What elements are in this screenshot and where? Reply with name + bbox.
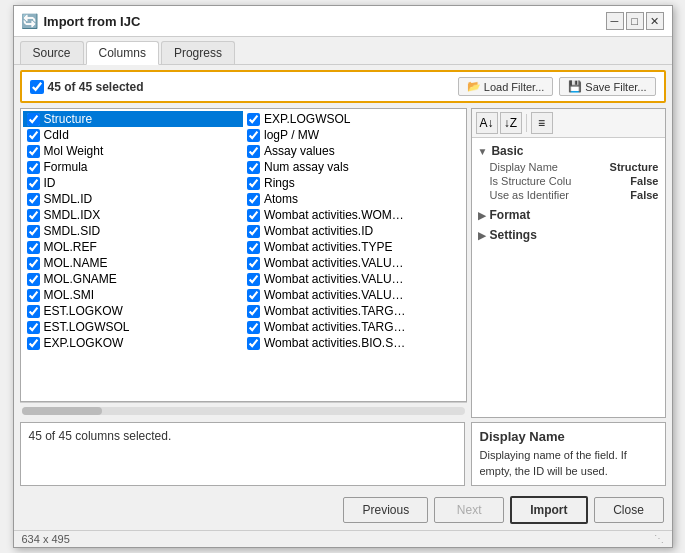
column-checkbox[interactable] <box>247 241 260 254</box>
bottom-area: 45 of 45 columns selected. Display Name … <box>20 422 666 486</box>
list-item[interactable]: CdId <box>23 127 244 143</box>
columns-list[interactable]: StructureEXP.LOGWSOLCdIdlogP / MWMol Wei… <box>20 108 467 402</box>
section-basic-header[interactable]: ▼ Basic <box>478 142 659 160</box>
list-item[interactable]: Rings <box>243 175 464 191</box>
previous-button[interactable]: Previous <box>343 497 428 523</box>
toolbar-separator <box>526 114 527 132</box>
list-item[interactable]: EST.LOGWSOL <box>23 319 244 335</box>
column-name: MOL.GNAME <box>44 272 117 286</box>
column-checkbox[interactable] <box>247 161 260 174</box>
list-item[interactable]: EST.LOGKOW <box>23 303 244 319</box>
column-name: EST.LOGWSOL <box>44 320 130 334</box>
section-settings-header[interactable]: ▶ Settings <box>478 226 659 244</box>
load-filter-icon: 📂 <box>467 80 481 93</box>
list-item[interactable]: Wombat activities.TARG… <box>243 303 464 319</box>
list-item[interactable]: Wombat activities.VALU… <box>243 287 464 303</box>
list-item[interactable]: Structure <box>23 111 244 127</box>
column-checkbox[interactable] <box>27 289 40 302</box>
column-checkbox[interactable] <box>247 209 260 222</box>
column-checkbox[interactable] <box>247 113 260 126</box>
list-item[interactable]: SMDL.IDX <box>23 207 244 223</box>
tab-progress[interactable]: Progress <box>161 41 235 64</box>
horizontal-scrollbar[interactable] <box>20 402 467 418</box>
list-item[interactable]: Wombat activities.WOM… <box>243 207 464 223</box>
properties-panel: A↓ ↓Z ≡ ▼ Basic Display Name Structure <box>471 108 666 418</box>
column-checkbox[interactable] <box>247 129 260 142</box>
list-item[interactable]: MOL.GNAME <box>23 271 244 287</box>
column-checkbox[interactable] <box>27 337 40 350</box>
column-checkbox[interactable] <box>247 145 260 158</box>
list-item[interactable]: Wombat activities.VALU… <box>243 255 464 271</box>
list-item[interactable]: Formula <box>23 159 244 175</box>
resize-grip[interactable]: ⋱ <box>654 533 664 544</box>
list-item[interactable]: Wombat activities.BIO.S… <box>243 335 464 351</box>
list-item[interactable]: EXP.LOGWSOL <box>243 111 464 127</box>
column-checkbox[interactable] <box>27 129 40 142</box>
column-name: MOL.NAME <box>44 256 108 270</box>
save-filter-button[interactable]: 💾 Save Filter... <box>559 77 655 96</box>
column-name: Wombat activities.BIO.S… <box>264 336 405 350</box>
list-item[interactable]: Atoms <box>243 191 464 207</box>
list-item[interactable]: SMDL.SID <box>23 223 244 239</box>
column-checkbox[interactable] <box>27 209 40 222</box>
sort-az-button[interactable]: A↓ <box>476 112 498 134</box>
column-checkbox[interactable] <box>247 337 260 350</box>
column-checkbox[interactable] <box>247 177 260 190</box>
load-filter-button[interactable]: 📂 Load Filter... <box>458 77 554 96</box>
prop-is-structure-value: False <box>630 175 658 187</box>
column-checkbox[interactable] <box>27 257 40 270</box>
column-checkbox[interactable] <box>27 177 40 190</box>
list-item[interactable]: EXP.LOGKOW <box>23 335 244 351</box>
column-checkbox[interactable] <box>247 225 260 238</box>
list-item[interactable]: Assay values <box>243 143 464 159</box>
list-item[interactable]: Wombat activities.TYPE <box>243 239 464 255</box>
list-item[interactable]: Wombat activities.ID <box>243 223 464 239</box>
column-checkbox[interactable] <box>247 289 260 302</box>
list-item[interactable]: MOL.REF <box>23 239 244 255</box>
column-checkbox[interactable] <box>27 305 40 318</box>
column-checkbox[interactable] <box>247 257 260 270</box>
close-button[interactable]: ✕ <box>646 12 664 30</box>
select-all-checkbox[interactable] <box>30 80 44 94</box>
list-item[interactable]: MOL.NAME <box>23 255 244 271</box>
column-checkbox[interactable] <box>27 145 40 158</box>
list-item[interactable]: Num assay vals <box>243 159 464 175</box>
column-checkbox[interactable] <box>247 193 260 206</box>
column-checkbox[interactable] <box>247 273 260 286</box>
column-name: Wombat activities.ID <box>264 224 373 238</box>
list-item[interactable]: Wombat activities.VALU… <box>243 271 464 287</box>
status-bar: 634 x 495 ⋱ <box>14 530 672 547</box>
select-all-label[interactable]: 45 of 45 selected <box>30 80 144 94</box>
column-checkbox[interactable] <box>27 193 40 206</box>
list-item[interactable]: ID <box>23 175 244 191</box>
import-button[interactable]: Import <box>510 496 587 524</box>
column-checkbox[interactable] <box>247 305 260 318</box>
list-item[interactable]: MOL.SMI <box>23 287 244 303</box>
column-checkbox[interactable] <box>27 321 40 334</box>
prop-use-as-id-value: False <box>630 189 658 201</box>
content-area: StructureEXP.LOGWSOLCdIdlogP / MWMol Wei… <box>20 108 666 418</box>
close-button-bottom[interactable]: Close <box>594 497 664 523</box>
next-button[interactable]: Next <box>434 497 504 523</box>
section-format-header[interactable]: ▶ Format <box>478 206 659 224</box>
column-checkbox[interactable] <box>27 225 40 238</box>
list-item[interactable]: Wombat activities.TARG… <box>243 319 464 335</box>
prop-display-name-value: Structure <box>610 161 659 173</box>
column-checkbox[interactable] <box>27 161 40 174</box>
sort-za-button[interactable]: ↓Z <box>500 112 522 134</box>
tab-source[interactable]: Source <box>20 41 84 64</box>
panel-options-button[interactable]: ≡ <box>531 112 553 134</box>
column-checkbox[interactable] <box>247 321 260 334</box>
column-checkbox[interactable] <box>27 241 40 254</box>
scrollbar-thumb[interactable] <box>22 407 102 415</box>
list-item[interactable]: logP / MW <box>243 127 464 143</box>
column-name: Wombat activities.TARG… <box>264 304 406 318</box>
list-item[interactable]: SMDL.ID <box>23 191 244 207</box>
tab-columns[interactable]: Columns <box>86 41 159 65</box>
column-checkbox[interactable] <box>27 113 40 126</box>
list-item[interactable]: Mol Weight <box>23 143 244 159</box>
column-name: Rings <box>264 176 295 190</box>
maximize-button[interactable]: □ <box>626 12 644 30</box>
minimize-button[interactable]: ─ <box>606 12 624 30</box>
column-checkbox[interactable] <box>27 273 40 286</box>
